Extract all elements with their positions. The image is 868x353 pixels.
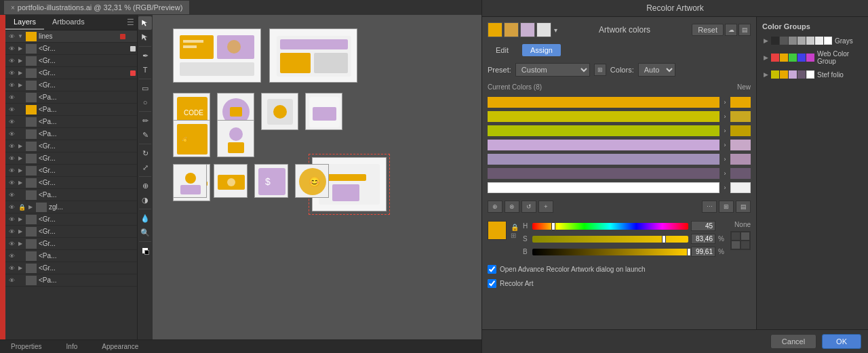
select-tool[interactable] (138, 16, 152, 30)
scale-tool[interactable]: ⤢ (138, 161, 152, 174)
arrow-btn[interactable]: › (722, 127, 728, 134)
expand-icon[interactable]: ▶ (17, 58, 24, 64)
arrow-btn[interactable]: › (722, 170, 728, 177)
color-bar-left[interactable] (488, 182, 719, 193)
swatches-dropdown[interactable]: ▾ (554, 26, 557, 34)
layer-row[interactable]: 👁 ▶ <Gr... (5, 152, 137, 165)
color-group-web[interactable]: ▶ Web Color Group (762, 48, 863, 67)
eyedropper-tool[interactable]: 💧 (138, 211, 152, 225)
tab-info[interactable]: Info (61, 341, 83, 352)
visibility-icon[interactable]: 👁 (7, 94, 16, 101)
layer-row[interactable]: 👁 ▶ <Gr... (5, 79, 137, 91)
visibility-icon[interactable]: 👁 (7, 265, 16, 272)
color-bar-right[interactable] (730, 168, 751, 179)
s-value[interactable] (691, 234, 715, 244)
layer-row[interactable]: 👁 ▶ <Gr... (5, 67, 137, 79)
expand-icon[interactable]: ▶ (17, 216, 24, 222)
visibility-icon[interactable]: 👁 (7, 216, 16, 223)
lock-color-icon[interactable]: 🔒 (511, 224, 519, 231)
visibility-icon[interactable]: 👁 (7, 204, 16, 211)
ok-button[interactable]: OK (822, 334, 861, 339)
pen-tool[interactable]: ✒ (138, 49, 152, 62)
expand-web[interactable]: ▶ (764, 54, 768, 61)
expand-stef[interactable]: ▶ (764, 71, 768, 78)
arrow-btn[interactable]: › (722, 113, 728, 120)
tab-edit[interactable]: Edit (488, 44, 517, 56)
expand-icon[interactable]: ▶ (17, 241, 24, 247)
expand-icon[interactable]: ▶ (27, 204, 34, 210)
layer-row[interactable]: 👁 <Pa... (5, 128, 137, 140)
visibility-icon[interactable]: 👁 (7, 106, 16, 113)
layer-row[interactable]: 👁 ▶ <Gr... (5, 238, 137, 250)
type-tool[interactable]: T (138, 63, 152, 77)
expand-icon[interactable]: ▶ (17, 45, 24, 51)
blend-tool[interactable]: ⊕ (138, 179, 152, 192)
checkbox-advance[interactable] (488, 265, 496, 274)
cloud-icon-btn[interactable]: ☁ (725, 24, 737, 36)
exclude-btn[interactable]: ⊗ (505, 201, 519, 213)
expand-icon[interactable]: ▶ (17, 167, 24, 173)
layer-row[interactable]: 👁 <Pa... (5, 91, 137, 104)
pencil-tool[interactable]: ✎ (138, 128, 152, 142)
expand-grays[interactable]: ▶ (764, 37, 768, 44)
expand-icon[interactable]: ▼ (17, 33, 24, 39)
layer-row[interactable]: 👁 ▶ <Gr... (5, 213, 137, 226)
arrow-btn[interactable]: › (722, 184, 728, 191)
preset-icon-btn[interactable]: ⊞ (594, 64, 606, 76)
expand-icon[interactable]: ▶ (17, 228, 24, 234)
list-icon-btn[interactable]: ▤ (738, 24, 751, 36)
checkbox-recolor[interactable] (488, 279, 496, 288)
current-color-box[interactable] (488, 221, 507, 240)
layer-row[interactable]: 👁 <Pa... (5, 189, 137, 201)
panel-menu-icon[interactable]: ☰ (127, 18, 134, 27)
direct-select-tool[interactable] (138, 30, 152, 44)
layer-row[interactable]: 👁 ▶ <Gr... (5, 177, 137, 189)
tab-layers[interactable]: Layers (5, 15, 44, 30)
expand-icon[interactable]: ▶ (17, 155, 24, 161)
reset-button[interactable]: Reset (692, 24, 724, 36)
show-options-btn[interactable]: ⊞ (719, 201, 734, 213)
preset-select[interactable]: Custom (515, 63, 590, 77)
color-swatch-4[interactable] (536, 22, 551, 37)
brush-tool[interactable]: ✏ (138, 114, 152, 127)
gradient-tool[interactable]: ◑ (138, 193, 152, 207)
layer-row[interactable]: 👁 ▼ lines (5, 30, 137, 43)
layer-row[interactable]: 👁 <Pa... (5, 250, 137, 262)
visibility-icon[interactable]: 👁 (7, 155, 16, 162)
layer-row[interactable]: 👁 ▶ <Gr... (5, 140, 137, 152)
arrow-btn[interactable]: › (722, 142, 728, 148)
visibility-icon[interactable]: 👁 (7, 167, 16, 174)
color-group-stef[interactable]: ▶ Stef folio (762, 68, 863, 81)
visibility-icon[interactable]: 👁 (7, 131, 16, 138)
tab-artboards[interactable]: Artboards (44, 15, 93, 30)
visibility-icon[interactable]: 👁 (7, 58, 16, 64)
tab-assign[interactable]: Assign (522, 44, 561, 56)
none-grid[interactable] (730, 231, 751, 250)
merge-btn[interactable]: ⊕ (488, 201, 502, 213)
visibility-icon[interactable]: 👁 (7, 70, 16, 77)
h-value[interactable] (691, 221, 715, 231)
fill-box[interactable] (138, 244, 152, 257)
visibility-icon[interactable]: 👁 (7, 228, 16, 235)
color-bar-right[interactable] (730, 125, 751, 136)
layer-row[interactable]: 👁 🔒 ▶ zgl... (5, 201, 137, 213)
random-icon[interactable]: ⊞ (511, 232, 519, 239)
expand-icon[interactable]: ▶ (17, 265, 24, 271)
visibility-icon[interactable]: 👁 (7, 192, 16, 199)
reset-color-btn[interactable]: ↺ (521, 201, 536, 213)
color-group-grays[interactable]: ▶ Grays (762, 35, 863, 47)
color-bar-right[interactable] (730, 140, 751, 150)
another-opt-btn[interactable]: ▤ (736, 201, 751, 213)
color-bar-left[interactable] (488, 154, 719, 165)
visibility-icon[interactable]: 👁 (7, 45, 16, 52)
tab-properties[interactable]: Properties (5, 341, 47, 352)
color-swatch-1[interactable] (488, 22, 502, 37)
expand-icon[interactable]: ▶ (17, 70, 24, 76)
color-bar-right[interactable] (730, 97, 751, 108)
layer-row[interactable]: 👁 <Pa... (5, 116, 137, 128)
expand-icon[interactable]: ▶ (17, 143, 24, 149)
tab-close-icon[interactable]: × (11, 4, 15, 12)
b-slider[interactable] (532, 249, 688, 255)
layer-row[interactable]: 👁 ▶ <Gr... (5, 226, 137, 238)
row-options-btn[interactable]: ⋯ (702, 201, 717, 213)
